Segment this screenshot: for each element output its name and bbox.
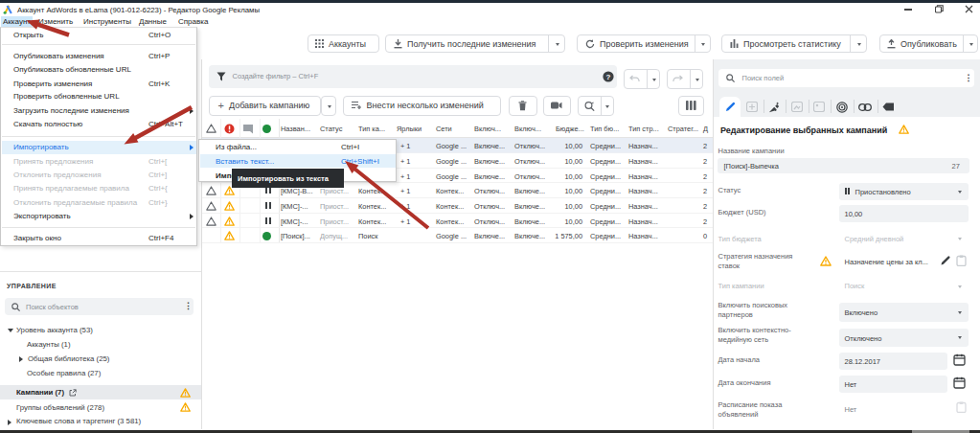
svg-text:?: ? (605, 72, 610, 80)
